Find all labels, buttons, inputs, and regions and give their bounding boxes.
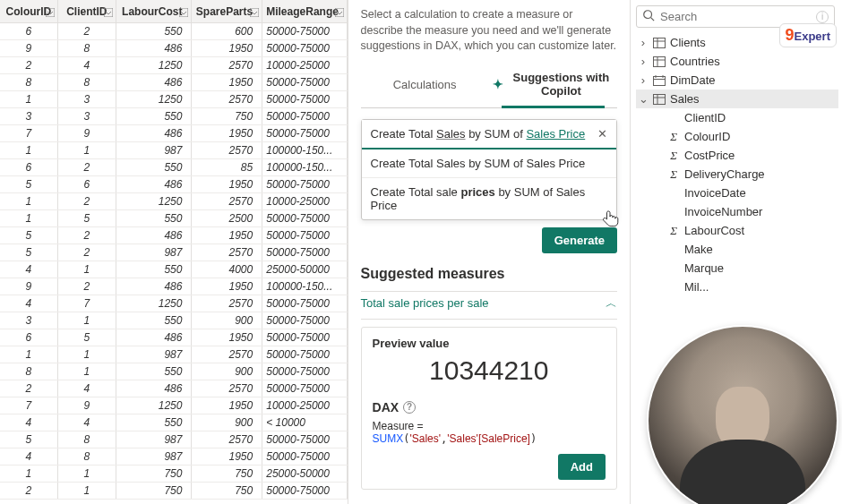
column-header-labourcost[interactable]: LabourCost bbox=[116, 0, 193, 22]
field-item-marque[interactable]: Marque bbox=[636, 259, 838, 278]
table-row[interactable]: 3355075050000-75000 bbox=[0, 108, 348, 125]
table-row[interactable]: 52486195050000-75000 bbox=[0, 227, 348, 244]
table-cell: 2500 bbox=[192, 210, 262, 226]
table-row[interactable]: 924861950100000-150... bbox=[0, 278, 348, 295]
table-cell: 3 bbox=[58, 91, 116, 107]
table-cell: 8 bbox=[58, 431, 116, 448]
table-row[interactable]: 11987257050000-75000 bbox=[0, 346, 348, 363]
table-cell: 1950 bbox=[192, 40, 262, 56]
table-cell: 9 bbox=[0, 278, 58, 295]
table-row[interactable]: 131250257050000-75000 bbox=[0, 91, 348, 108]
suggestion-text: Create Total Sales by SUM of Sales Price bbox=[371, 127, 586, 141]
table-row[interactable]: 471250257050000-75000 bbox=[0, 295, 348, 312]
table-cell: 6 bbox=[0, 329, 58, 346]
table-cell: 25000-50000 bbox=[262, 261, 347, 278]
table-cell: 1250 bbox=[116, 397, 193, 414]
table-row[interactable]: 241250257010000-25000 bbox=[0, 57, 348, 74]
tab-suggestions-copilot[interactable]: ✦ Suggestions with Copilot bbox=[489, 65, 617, 107]
dax-code: Measure = SUMX('Sales','Sales'[SalePrice… bbox=[373, 420, 606, 445]
table-row[interactable]: 15550250050000-75000 bbox=[0, 210, 348, 227]
suggestion-item[interactable]: Create Total sale prices by SUM of Sales… bbox=[362, 178, 616, 219]
table-row[interactable]: 119872570100000-150... bbox=[0, 142, 348, 159]
field-item-make[interactable]: Make bbox=[636, 240, 838, 259]
chevron-right-icon: › bbox=[638, 73, 649, 87]
table-row[interactable]: 48987195050000-75000 bbox=[0, 448, 348, 466]
tab-calculations[interactable]: Calculations bbox=[361, 65, 489, 107]
sort-filter-icon[interactable] bbox=[104, 7, 113, 16]
column-header-colourid[interactable]: ColourID bbox=[0, 0, 58, 22]
search-input[interactable] bbox=[660, 10, 811, 23]
help-icon[interactable]: ? bbox=[403, 401, 416, 414]
table-node-dimdate[interactable]: › DimDate bbox=[636, 71, 838, 90]
table-cell: 750 bbox=[192, 466, 262, 482]
table-cell: 600 bbox=[192, 23, 262, 39]
suggested-measure-accordion[interactable]: Total sale prices per sale ︿ bbox=[361, 291, 617, 320]
svg-rect-17 bbox=[654, 94, 666, 104]
table-row[interactable]: 79486195050000-75000 bbox=[0, 125, 348, 142]
table-row[interactable]: 6255060050000-75000 bbox=[0, 23, 348, 40]
svg-rect-3 bbox=[250, 8, 259, 17]
table-row[interactable]: 65486195050000-75000 bbox=[0, 329, 348, 346]
table-node-countries[interactable]: › Countries bbox=[636, 52, 838, 71]
table-row[interactable]: 88486195050000-75000 bbox=[0, 74, 348, 91]
table-cell: 10000-25000 bbox=[262, 193, 347, 209]
table-row[interactable]: 24486257050000-75000 bbox=[0, 380, 348, 397]
table-row[interactable]: 3155090050000-75000 bbox=[0, 312, 348, 329]
field-item-mil...[interactable]: Mil... bbox=[636, 278, 838, 296]
quick-measure-panel: Select a calculation to create a measure… bbox=[348, 0, 630, 504]
table-row[interactable]: 8155090050000-75000 bbox=[0, 363, 348, 380]
table-row[interactable]: 52987257050000-75000 bbox=[0, 244, 348, 261]
table-cell: 1 bbox=[0, 91, 58, 107]
table-cell: 2 bbox=[58, 244, 116, 261]
table-row[interactable]: 791250195010000-25000 bbox=[0, 397, 348, 414]
column-header-mileagerange[interactable]: MileageRange bbox=[262, 0, 347, 22]
sort-filter-icon[interactable] bbox=[250, 7, 259, 16]
table-cell: 6 bbox=[58, 176, 116, 192]
field-item-deliverycharge[interactable]: ΣDeliveryCharge bbox=[636, 165, 838, 184]
field-item-colourid[interactable]: ΣColourID bbox=[636, 127, 838, 146]
table-row[interactable]: 44550900< 10000 bbox=[0, 414, 348, 431]
field-icon bbox=[666, 187, 681, 200]
table-cell: 486 bbox=[116, 278, 193, 295]
table-cell: 2570 bbox=[192, 244, 262, 261]
field-item-invoicenumber[interactable]: InvoiceNumber bbox=[636, 202, 838, 221]
field-label: Make bbox=[684, 243, 713, 256]
table-cell: 1950 bbox=[192, 74, 262, 90]
table-cell: 1 bbox=[0, 346, 58, 363]
brand-logo: 9Expert bbox=[779, 23, 837, 47]
table-row[interactable]: 41550400025000-50000 bbox=[0, 261, 348, 278]
table-cell: 1 bbox=[58, 142, 116, 158]
column-header-clientid[interactable]: ClientID bbox=[58, 0, 116, 22]
suggestion-item[interactable]: Create Total Sales by SUM of Sales Price bbox=[362, 149, 616, 178]
table-cell: 10000-25000 bbox=[262, 57, 347, 73]
column-header-spareparts[interactable]: SpareParts bbox=[192, 0, 262, 22]
field-item-invoicedate[interactable]: InvoiceDate bbox=[636, 184, 838, 202]
table-row[interactable]: 1175075025000-50000 bbox=[0, 466, 348, 483]
suggestion-selected[interactable]: Create Total Sales by SUM of Sales Price… bbox=[362, 120, 616, 149]
table-cell: 4 bbox=[0, 448, 58, 465]
table-cell: 1950 bbox=[192, 125, 262, 141]
sort-filter-icon[interactable] bbox=[46, 7, 55, 16]
table-row[interactable]: 98486195050000-75000 bbox=[0, 40, 348, 57]
field-item-labourcost[interactable]: ΣLabourCost bbox=[636, 221, 838, 240]
table-cell: 2 bbox=[58, 278, 116, 295]
table-cell: 4 bbox=[0, 261, 58, 278]
info-icon[interactable]: i bbox=[816, 11, 829, 23]
table-row[interactable]: 58987257050000-75000 bbox=[0, 431, 348, 448]
svg-rect-2 bbox=[179, 8, 188, 17]
table-node-sales[interactable]: ⌄ Sales bbox=[636, 90, 838, 108]
table-cell: 1950 bbox=[192, 329, 262, 346]
add-button[interactable]: Add bbox=[558, 454, 606, 480]
chevron-down-icon: ⌄ bbox=[638, 92, 649, 106]
field-item-clientid[interactable]: ClientID bbox=[636, 108, 838, 127]
table-row[interactable]: 56486195050000-75000 bbox=[0, 176, 348, 193]
sort-filter-icon[interactable] bbox=[335, 7, 344, 16]
table-row[interactable]: 2175075050000-75000 bbox=[0, 483, 348, 500]
sort-filter-icon[interactable] bbox=[179, 7, 188, 16]
table-row[interactable]: 6255085100000-150... bbox=[0, 159, 348, 176]
table-row[interactable]: 121250257010000-25000 bbox=[0, 193, 348, 210]
table-cell: 50000-75000 bbox=[262, 483, 347, 499]
logo-text: Expert bbox=[795, 30, 830, 43]
close-icon[interactable]: ✕ bbox=[597, 127, 607, 141]
field-item-costprice[interactable]: ΣCostPrice bbox=[636, 146, 838, 165]
